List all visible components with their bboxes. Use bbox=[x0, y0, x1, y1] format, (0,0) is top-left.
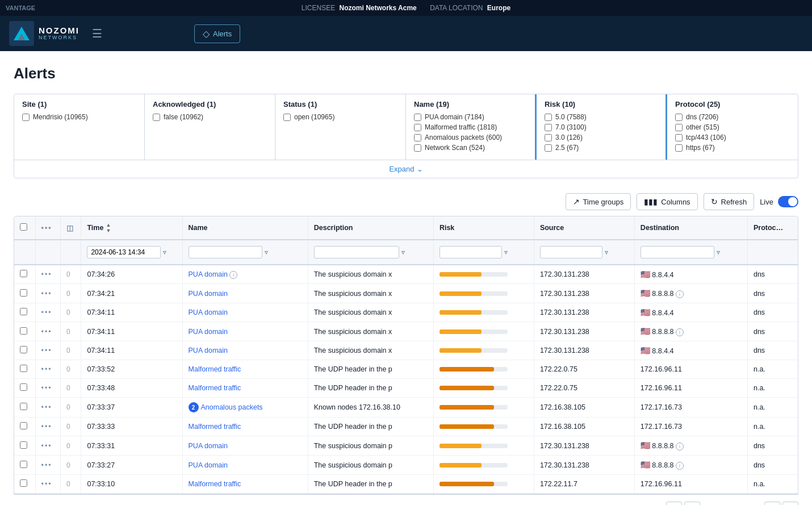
time-filter-icon[interactable]: ▿ bbox=[163, 249, 166, 256]
filter-protocol-checkbox-1[interactable] bbox=[675, 124, 683, 131]
filter-protocol-checkbox-2[interactable] bbox=[675, 134, 683, 141]
th-destination[interactable]: Destination bbox=[634, 216, 747, 240]
row-chat-cell[interactable]: 0 bbox=[60, 379, 81, 398]
row-chat-cell[interactable]: 0 bbox=[60, 322, 81, 341]
row-actions-cell[interactable]: ••• bbox=[35, 341, 60, 360]
first-page-button[interactable]: ⟪ bbox=[666, 502, 682, 505]
row-dots-icon[interactable]: ••• bbox=[41, 461, 52, 469]
dest-filter-icon[interactable]: ▿ bbox=[717, 249, 720, 256]
last-page-button[interactable]: ⟫ bbox=[782, 502, 798, 505]
row-checkbox-cell[interactable] bbox=[14, 265, 35, 284]
alerts-nav-button[interactable]: ◇ Alerts bbox=[194, 24, 240, 43]
row-checkbox-cell[interactable] bbox=[14, 360, 35, 379]
row-chat-cell[interactable]: 0 bbox=[60, 418, 81, 436]
row-actions-cell[interactable]: ••• bbox=[35, 303, 60, 322]
row-checkbox-cell[interactable] bbox=[14, 303, 35, 322]
filter-name-checkbox-0[interactable] bbox=[414, 114, 421, 121]
row-checkbox[interactable] bbox=[20, 422, 27, 429]
filter-name-checkbox-2[interactable] bbox=[414, 134, 421, 141]
row-actions-cell[interactable]: ••• bbox=[35, 475, 60, 494]
row-dots-icon[interactable]: ••• bbox=[41, 328, 52, 336]
row-checkbox[interactable] bbox=[20, 327, 27, 335]
row-actions-cell[interactable]: ••• bbox=[35, 436, 60, 456]
dest-filter-input[interactable] bbox=[641, 246, 714, 258]
row-checkbox[interactable] bbox=[20, 479, 27, 487]
risk-filter-icon[interactable]: ▿ bbox=[504, 249, 508, 256]
row-actions-cell[interactable]: ••• bbox=[35, 379, 60, 398]
filter-protocol-item-0[interactable]: dns (7206) bbox=[675, 113, 790, 121]
filter-site-item-0[interactable]: Mendrisio (10965) bbox=[22, 113, 136, 121]
row-checkbox-cell[interactable] bbox=[14, 475, 35, 494]
th-select-all[interactable] bbox=[14, 216, 35, 240]
source-filter-icon[interactable]: ▿ bbox=[605, 249, 608, 256]
row-checkbox[interactable] bbox=[20, 365, 27, 372]
prev-page-button[interactable]: ‹ bbox=[684, 502, 700, 505]
filter-name-item-1[interactable]: Malformed traffic (1818) bbox=[414, 123, 527, 131]
filter-protocol-item-3[interactable]: https (67) bbox=[675, 144, 790, 152]
filter-risk-item-1[interactable]: 7.0 (3100) bbox=[545, 123, 658, 131]
th-risk[interactable]: Risk bbox=[433, 216, 534, 240]
th-name[interactable]: Name bbox=[182, 216, 308, 240]
row-alert-name[interactable]: PUA domain bbox=[189, 308, 228, 316]
row-alert-name[interactable]: PUA domain bbox=[189, 461, 228, 469]
filter-expand-button[interactable]: Expand ⌄ bbox=[14, 160, 798, 178]
hamburger-menu[interactable]: ☰ bbox=[89, 23, 106, 44]
row-actions-cell[interactable]: ••• bbox=[35, 418, 60, 436]
row-checkbox-cell[interactable] bbox=[14, 284, 35, 303]
dest-info-icon[interactable]: i bbox=[676, 328, 684, 336]
row-dots-icon[interactable]: ••• bbox=[41, 308, 52, 316]
row-checkbox-cell[interactable] bbox=[14, 379, 35, 398]
filter-protocol-checkbox-3[interactable] bbox=[675, 144, 683, 152]
row-checkbox[interactable] bbox=[20, 441, 27, 449]
row-chat-cell[interactable]: 0 bbox=[60, 456, 81, 475]
th-source[interactable]: Source bbox=[534, 216, 634, 240]
info-icon[interactable]: i bbox=[229, 271, 237, 279]
time-filter-input[interactable] bbox=[87, 246, 161, 258]
row-actions-cell[interactable]: ••• bbox=[35, 284, 60, 303]
row-checkbox[interactable] bbox=[20, 403, 27, 410]
row-dots-icon[interactable]: ••• bbox=[41, 270, 52, 278]
row-dots-icon[interactable]: ••• bbox=[41, 403, 52, 411]
th-description[interactable]: Description bbox=[308, 216, 433, 240]
filter-ack-checkbox-0[interactable] bbox=[153, 114, 160, 121]
row-actions-cell[interactable]: ••• bbox=[35, 456, 60, 475]
time-sort-icon[interactable]: ▲ ▼ bbox=[106, 222, 111, 233]
th-time[interactable]: Time ▲ ▼ bbox=[81, 216, 182, 240]
row-checkbox-cell[interactable] bbox=[14, 418, 35, 436]
filter-protocol-item-2[interactable]: tcp/443 (106) bbox=[675, 133, 790, 141]
row-dots-icon[interactable]: ••• bbox=[41, 480, 52, 488]
row-checkbox[interactable] bbox=[20, 270, 27, 277]
row-actions-cell[interactable]: ••• bbox=[35, 398, 60, 418]
name-filter-icon[interactable]: ▿ bbox=[265, 249, 268, 256]
actions-dots-icon[interactable]: ••• bbox=[41, 224, 52, 232]
name-filter-input[interactable] bbox=[189, 246, 262, 258]
row-actions-cell[interactable]: ••• bbox=[35, 322, 60, 341]
filter-risk-checkbox-0[interactable] bbox=[545, 114, 552, 121]
row-chat-cell[interactable]: 0 bbox=[60, 398, 81, 418]
risk-filter-input[interactable] bbox=[440, 246, 502, 258]
row-dots-icon[interactable]: ••• bbox=[41, 347, 52, 354]
row-dots-icon[interactable]: ••• bbox=[41, 290, 52, 298]
row-dots-icon[interactable]: ••• bbox=[41, 365, 52, 373]
row-alert-name[interactable]: PUA domain bbox=[189, 270, 228, 278]
filter-name-checkbox-3[interactable] bbox=[414, 144, 421, 152]
row-actions-cell[interactable]: ••• bbox=[35, 360, 60, 379]
live-toggle-switch[interactable] bbox=[778, 196, 798, 207]
filter-name-checkbox-1[interactable] bbox=[414, 124, 421, 131]
row-checkbox-cell[interactable] bbox=[14, 398, 35, 418]
filter-risk-item-2[interactable]: 3.0 (126) bbox=[545, 133, 658, 141]
row-checkbox-cell[interactable] bbox=[14, 322, 35, 341]
row-chat-cell[interactable]: 0 bbox=[60, 360, 81, 379]
row-alert-name[interactable]: PUA domain bbox=[189, 290, 228, 298]
row-chat-cell[interactable]: 0 bbox=[60, 341, 81, 360]
row-chat-cell[interactable]: 0 bbox=[60, 303, 81, 322]
select-all-checkbox[interactable] bbox=[20, 223, 27, 231]
row-checkbox[interactable] bbox=[20, 461, 27, 468]
filter-name-item-2[interactable]: Anomalous packets (600) bbox=[414, 133, 527, 141]
filter-status-checkbox-0[interactable] bbox=[283, 114, 291, 121]
row-alert-name[interactable]: PUA domain bbox=[189, 442, 228, 450]
filter-site-checkbox-0[interactable] bbox=[22, 114, 30, 121]
row-checkbox[interactable] bbox=[20, 289, 27, 297]
row-alert-name[interactable]: PUA domain bbox=[189, 328, 228, 336]
row-dots-icon[interactable]: ••• bbox=[41, 423, 52, 431]
